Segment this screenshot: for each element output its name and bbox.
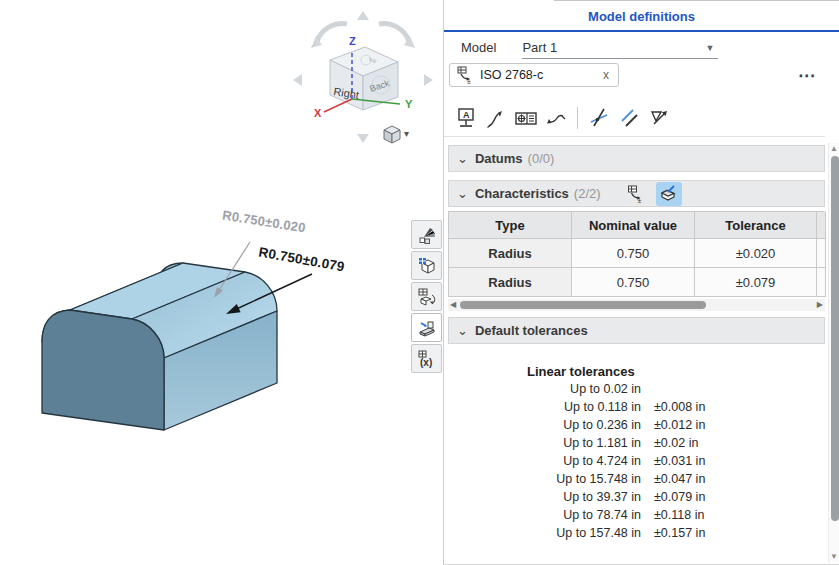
scroll-up-icon[interactable]: ▲ (830, 144, 838, 153)
panel-vertical-scrollbar[interactable]: ▲ ▼ (828, 143, 839, 562)
datum-feature-icon: A (455, 107, 477, 129)
datums-title: Datums (475, 151, 523, 166)
default-tolerances-title: Default tolerances (475, 323, 588, 338)
chevron-down-icon: ⌄ (457, 154, 468, 164)
scroll-down-icon[interactable]: ▼ (830, 552, 838, 561)
tolerance-value: ±0.157 in (641, 526, 814, 544)
model-select-value: Part 1 (522, 40, 557, 55)
feature-control-frame-button[interactable] (511, 103, 541, 133)
cell-tolerance[interactable]: ±0.079 (695, 268, 817, 297)
leader-dimension-button[interactable] (481, 103, 511, 133)
angle-measure-icon (588, 107, 610, 129)
section-characteristics[interactable]: ⌄ Characteristics (2/2) ± (448, 180, 825, 207)
cell-nominal[interactable]: 0.750 (572, 239, 695, 268)
standard-chip-label: ISO 2768-c (480, 68, 601, 82)
more-options-button[interactable]: ⋯ (798, 65, 816, 86)
pan-down-arrow[interactable] (357, 134, 369, 143)
tolerance-value: ±0.008 in (641, 400, 814, 418)
characteristics-table: Type Nominal value Tolerance Radius0.750… (448, 211, 825, 297)
side-tab-appearance[interactable] (411, 220, 442, 249)
angle-leader-button[interactable] (541, 103, 571, 133)
chevron-down-icon: ⌄ (457, 189, 468, 199)
angle-measure-button[interactable] (584, 103, 614, 133)
x-axis-line (324, 99, 352, 112)
side-tab-model-tables[interactable] (411, 282, 442, 311)
chevron-down-icon: ⌄ (457, 326, 468, 336)
datum-target-button[interactable] (644, 103, 674, 133)
linear-tolerance-row: Up to 78.74 in ±0.118 in (444, 508, 814, 526)
view-options-cube-icon[interactable] (384, 126, 400, 143)
svg-text:A: A (463, 110, 470, 120)
section-datums[interactable]: ⌄ Datums (0/0) (448, 145, 825, 172)
v-scrollbar-thumb[interactable] (831, 156, 839, 521)
side-tab-model-views[interactable] (411, 251, 442, 280)
pan-up-arrow[interactable] (357, 11, 369, 20)
y-axis-label: Y (405, 98, 413, 110)
tolerance-value: ±0.02 in (641, 436, 814, 454)
cell-type[interactable]: Radius (449, 239, 572, 268)
cell-type[interactable]: Radius (449, 268, 572, 297)
characteristics-count: (2/2) (574, 186, 601, 201)
tolerance-standard-chip[interactable]: ± ISO 2768-c x (449, 63, 619, 87)
column-header-type[interactable]: Type (449, 212, 572, 239)
cell-nominal[interactable]: 0.750 (572, 268, 695, 297)
feature-control-frame-icon (514, 107, 538, 129)
tolerance-range: Up to 157.48 in (444, 526, 641, 544)
linear-tolerance-row: Up to 15.748 in ±0.047 in (444, 472, 814, 490)
section-default-tolerances[interactable]: ⌄ Default tolerances (448, 317, 825, 344)
scroll-left-icon[interactable]: ◀ (450, 300, 456, 309)
gdt-toolbar: A (444, 100, 825, 137)
view-options-caret-icon[interactable]: ▾ (404, 128, 409, 139)
z-axis-label: Z (349, 35, 356, 47)
column-header-nominal[interactable]: Nominal value (572, 212, 695, 239)
side-tab-results[interactable]: (x) (411, 344, 442, 373)
model-row: Model Part 1 ▼ (461, 40, 718, 59)
part-front-face[interactable] (42, 310, 164, 430)
datum-feature-button[interactable]: A (451, 103, 481, 133)
model-select[interactable]: Part 1 ▼ (522, 40, 718, 59)
linear-tolerance-row: Up to 0.118 in ±0.008 in (444, 400, 814, 418)
rotate-cw-arrow[interactable] (379, 24, 409, 41)
viewport-canvas: Right Back Top Z X Y (0, 0, 443, 565)
cell-overflow[interactable] (817, 268, 826, 297)
rotate-ccw-arrow[interactable] (317, 24, 347, 41)
svg-text:±: ± (637, 197, 641, 203)
tolerance-table-icon: ± (457, 66, 474, 84)
cell-tolerance[interactable]: ±0.020 (695, 239, 817, 268)
apply-to-part-button[interactable] (656, 182, 682, 206)
linear-tolerances-title: Linear tolerances (527, 364, 635, 379)
appearance-icon (417, 225, 437, 245)
model-definitions-panel: Model definitions Model Part 1 ▼ ± ISO 2… (443, 0, 839, 565)
tolerance-table-icon: ± (627, 185, 645, 203)
app-window: Right Back Top Z X Y (0, 0, 839, 565)
viewport-3d[interactable]: Right Back Top Z X Y (0, 0, 443, 565)
pan-left-arrow[interactable] (293, 74, 302, 86)
parallel-lines-button[interactable] (614, 103, 644, 133)
results-icon: (x) (417, 349, 437, 369)
tolerance-range: Up to 1.181 in (444, 436, 641, 454)
angle-leader-icon (545, 107, 567, 129)
table-horizontal-scrollbar[interactable]: ◀ ▶ (448, 299, 825, 311)
toolbar-separator (577, 107, 578, 129)
linear-tolerance-row: Up to 157.48 in ±0.157 in (444, 526, 814, 544)
standard-chip-row: ± ISO 2768-c x ⋯ (449, 63, 824, 87)
tolerance-range: Up to 0.118 in (444, 400, 641, 418)
pan-right-arrow[interactable] (424, 74, 433, 86)
apply-to-part-icon (659, 184, 678, 203)
linear-tolerance-row: Up to 4.724 in ±0.031 in (444, 454, 814, 472)
linear-tolerance-row: Up to 0.236 in ±0.012 in (444, 418, 814, 436)
cell-overflow[interactable] (817, 239, 826, 268)
x-axis-label: X (314, 107, 322, 119)
column-header-tolerance[interactable]: Tolerance (695, 212, 817, 239)
svg-text:(x): (x) (420, 357, 432, 368)
h-scrollbar-thumb[interactable] (460, 301, 706, 309)
chip-close-button[interactable]: x (601, 68, 611, 82)
side-tab-model-definitions[interactable] (411, 313, 442, 342)
scroll-right-icon[interactable]: ▶ (817, 300, 823, 309)
tolerance-value: ±0.118 in (641, 508, 814, 526)
linear-tolerances-list: Up to 0.02 in Up to 0.118 in ±0.008 in U… (444, 382, 814, 544)
tolerance-table-button[interactable]: ± (623, 182, 649, 206)
machine-export-icon (417, 318, 437, 338)
tolerance-range: Up to 15.748 in (444, 472, 641, 490)
part-model[interactable] (42, 263, 277, 430)
